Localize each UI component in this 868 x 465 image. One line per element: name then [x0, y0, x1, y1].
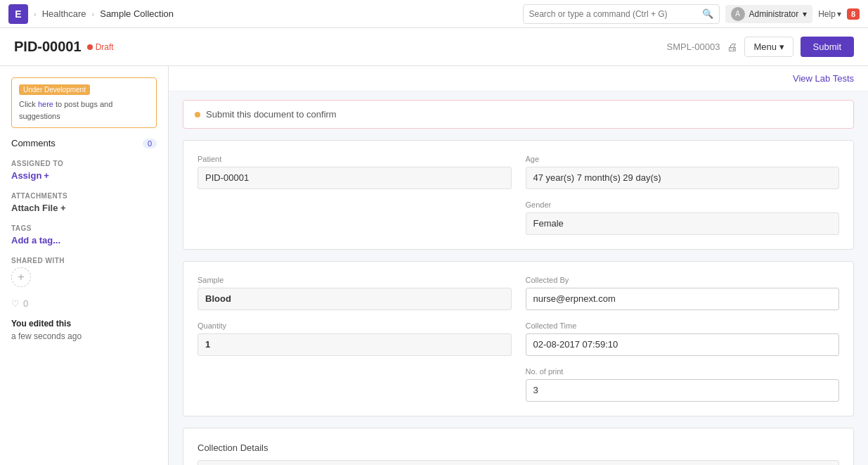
title-area: PID-00001 Draft — [14, 39, 114, 55]
comments-label: Comments — [11, 138, 56, 148]
assigned-to-section: ASSIGNED TO Assign + — [11, 160, 157, 181]
print-icon[interactable]: 🖨 — [727, 41, 737, 53]
topnav: E › Healthcare › Sample Collection 🔍 A A… — [0, 0, 868, 28]
tags-label: TAGS — [11, 224, 157, 232]
attach-file-action[interactable]: Attach File + — [11, 203, 157, 213]
status-dot — [87, 44, 93, 50]
main-content: View Lab Tests Submit this document to c… — [169, 66, 868, 465]
activity-row: You edited this a few seconds ago — [11, 317, 157, 343]
breadcrumb-chevron-1: › — [34, 10, 37, 18]
header-actions: SMPL-00003 🖨 Menu ▾ Submit — [667, 37, 855, 57]
main-layout: Under Development Click here to post bug… — [0, 66, 868, 465]
gender-value: Female — [526, 212, 840, 235]
like-row[interactable]: ♡ 0 — [11, 298, 157, 309]
doc-id: SMPL-00003 — [667, 42, 720, 52]
view-lab-tests-link[interactable]: View Lab Tests — [793, 73, 854, 84]
app-logo[interactable]: E — [8, 4, 28, 24]
view-lab-tests-bar: View Lab Tests — [169, 66, 868, 91]
no-of-print-row: No. of print 3 — [197, 367, 839, 402]
gender-label: Gender — [526, 200, 840, 209]
attachments-label: ATTACHMENTS — [11, 192, 157, 200]
sidebar: Under Development Click here to post bug… — [0, 66, 169, 465]
like-count: 0 — [23, 298, 28, 309]
user-name: Administrator — [749, 9, 799, 19]
help-dropdown-icon: ▾ — [837, 9, 841, 19]
collected-by-col: Collected By nurse@erpnext.com — [526, 276, 840, 310]
comments-count: 0 — [143, 139, 157, 148]
gender-col: Gender Female — [526, 200, 840, 235]
activity-user: You edited this — [11, 319, 71, 329]
tags-section: TAGS Add a tag... — [11, 224, 157, 246]
page-header: PID-00001 Draft SMPL-00003 🖨 Menu ▾ Subm… — [0, 28, 868, 66]
help-label: Help — [818, 9, 836, 19]
collected-time-value: 02-08-2017 07:59:10 — [526, 333, 840, 356]
collection-details-label: Collection Details — [197, 442, 839, 453]
patient-row: Patient PID-00001 Age 47 year(s) 7 month… — [197, 155, 839, 189]
page-title: PID-00001 — [14, 39, 82, 55]
dev-link[interactable]: here — [38, 100, 53, 108]
search-bar[interactable]: 🔍 — [523, 4, 720, 24]
activity-time: a few seconds ago — [11, 331, 82, 341]
sample-label: Sample — [197, 276, 512, 284]
heart-icon: ♡ — [11, 298, 20, 309]
attachments-section: ATTACHMENTS Attach File + — [11, 192, 157, 213]
alert-banner: Submit this document to confirm — [183, 100, 854, 129]
age-value: 47 year(s) 7 month(s) 29 day(s) — [526, 167, 840, 189]
breadcrumb-chevron-2: › — [92, 10, 95, 18]
search-input[interactable] — [529, 9, 702, 19]
gender-spacer — [197, 200, 512, 235]
gender-row: Gender Female — [197, 200, 839, 235]
patient-section: Patient PID-00001 Age 47 year(s) 7 month… — [183, 140, 854, 250]
form-container: Submit this document to confirm Patient … — [169, 100, 868, 465]
assigned-to-label: ASSIGNED TO — [11, 160, 157, 167]
breadcrumb-sample-collection[interactable]: Sample Collection — [100, 8, 174, 19]
user-menu[interactable]: A Administrator ▾ — [725, 5, 813, 23]
quantity-row: Quantity 1 Collected Time 02-08-2017 07:… — [197, 321, 839, 356]
shared-with-label: SHARED WITH — [11, 257, 157, 265]
collected-time-col: Collected Time 02-08-2017 07:59:10 — [526, 321, 840, 356]
sample-row: Sample Blood Collected By nurse@erpnext.… — [197, 276, 839, 310]
shared-with-section: SHARED WITH + — [11, 257, 157, 287]
collected-by-label: Collected By — [526, 276, 840, 284]
user-dropdown-icon: ▾ — [803, 9, 807, 19]
submit-button[interactable]: Submit — [801, 37, 854, 57]
sample-col: Sample Blood — [197, 276, 512, 310]
breadcrumb-healthcare[interactable]: Healthcare — [42, 8, 86, 19]
no-of-print-col: No. of print 3 — [526, 367, 840, 402]
quantity-value: 1 — [197, 333, 512, 356]
add-tag-action[interactable]: Add a tag... — [11, 235, 157, 246]
patient-label: Patient — [197, 155, 512, 163]
assign-action[interactable]: Assign + — [11, 170, 157, 181]
help-menu[interactable]: Help ▾ — [818, 9, 841, 19]
dev-badge: Under Development — [19, 84, 90, 95]
collected-time-label: Collected Time — [526, 321, 840, 330]
patient-col: Patient PID-00001 — [197, 155, 512, 189]
age-col: Age 47 year(s) 7 month(s) 29 day(s) — [526, 155, 840, 189]
patient-value: PID-00001 — [197, 167, 512, 189]
avatar: A — [731, 7, 745, 21]
status-badge: Draft — [87, 42, 114, 52]
no-of-print-label: No. of print — [526, 367, 840, 376]
notification-badge[interactable]: 8 — [847, 8, 860, 20]
quantity-label: Quantity — [197, 321, 512, 330]
collection-details-section: Collection Details — [183, 428, 854, 465]
collection-details-value[interactable] — [197, 460, 839, 465]
dev-text: Click here to post bugs and suggestions — [19, 98, 149, 122]
status-text: Draft — [96, 42, 114, 52]
alert-dot — [195, 112, 200, 117]
collected-by-value: nurse@erpnext.com — [526, 288, 840, 310]
dev-notice: Under Development Click here to post bug… — [11, 77, 157, 128]
menu-button[interactable]: Menu ▾ — [744, 37, 793, 57]
age-label: Age — [526, 155, 840, 163]
alert-text: Submit this document to confirm — [206, 109, 337, 120]
search-icon: 🔍 — [702, 8, 713, 19]
sample-section: Sample Blood Collected By nurse@erpnext.… — [183, 261, 854, 416]
no-of-print-value: 3 — [526, 379, 840, 402]
no-of-print-spacer — [197, 367, 512, 402]
comments-section: Comments 0 — [11, 138, 157, 148]
sample-value: Blood — [197, 288, 512, 310]
quantity-col: Quantity 1 — [197, 321, 512, 356]
shared-add-button[interactable]: + — [11, 267, 31, 287]
